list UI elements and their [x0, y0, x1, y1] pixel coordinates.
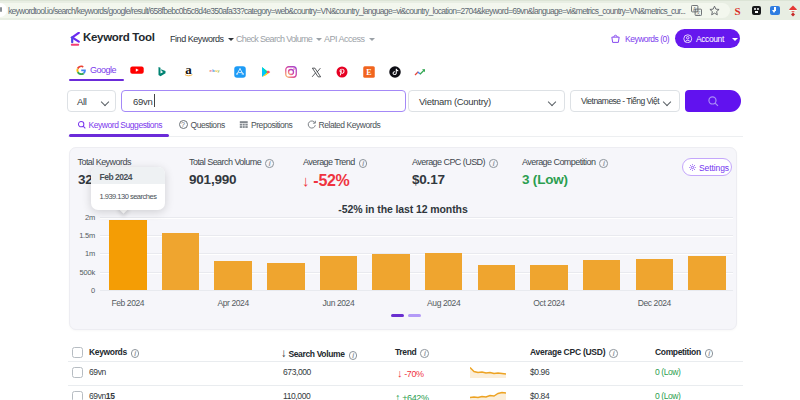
svg-text:E: E: [366, 67, 371, 76]
svg-text:文: 文: [696, 10, 701, 15]
svg-text:y: y: [217, 68, 220, 73]
